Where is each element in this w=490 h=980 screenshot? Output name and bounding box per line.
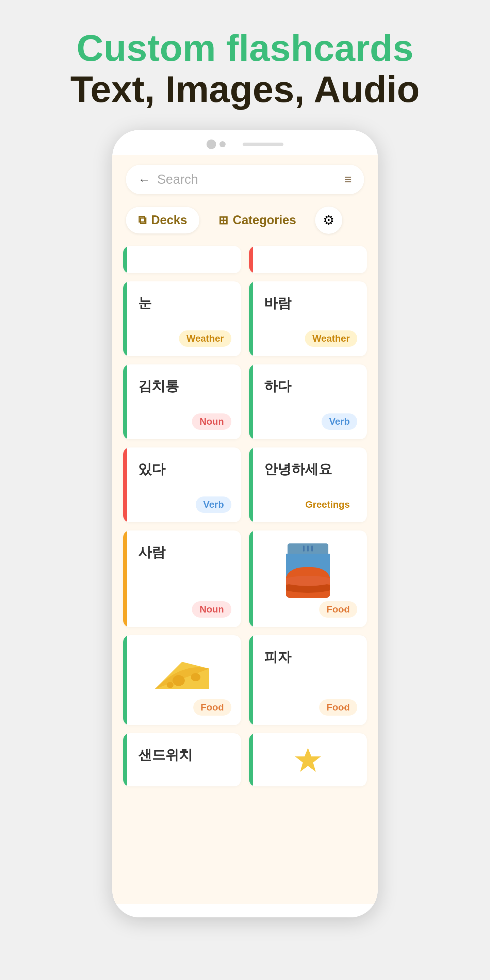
card-image-star bbox=[259, 743, 357, 777]
card-5[interactable]: 있다 Verb bbox=[123, 447, 241, 522]
card-6[interactable]: 안녕하세요 Greetings bbox=[249, 447, 367, 522]
categories-label: Categories bbox=[233, 213, 296, 227]
card-tag-food: Food bbox=[319, 699, 357, 716]
bottom-partial-row: 샌드위치 bbox=[112, 729, 378, 791]
filter-icon[interactable]: ≡ bbox=[344, 172, 352, 187]
card-korean: 김치통 bbox=[133, 377, 231, 395]
card-4[interactable]: 하다 Verb bbox=[249, 364, 367, 439]
card-8[interactable]: Food bbox=[249, 530, 367, 627]
card-tag-food: Food bbox=[319, 601, 357, 617]
search-header: ← Search ≡ bbox=[112, 155, 378, 201]
svg-marker-5 bbox=[295, 748, 321, 772]
top-partial-row bbox=[112, 242, 378, 277]
decks-icon: ⧉ bbox=[138, 213, 146, 227]
search-bar[interactable]: ← Search ≡ bbox=[126, 165, 364, 194]
speaker-bar bbox=[243, 143, 283, 146]
svg-point-4 bbox=[167, 682, 173, 688]
card-accent bbox=[249, 282, 253, 356]
card-accent bbox=[123, 282, 127, 356]
card-image-cheese bbox=[133, 645, 231, 699]
phone-screen: ← Search ≡ ⧉ Decks ⊞ Categories ⚙ bbox=[112, 155, 378, 904]
card-accent bbox=[123, 364, 127, 439]
back-arrow-icon[interactable]: ← bbox=[138, 172, 150, 187]
card-korean: 샌드위치 bbox=[133, 746, 231, 764]
svg-point-3 bbox=[191, 673, 200, 681]
settings-button[interactable]: ⚙ bbox=[315, 207, 342, 234]
card-image-jar bbox=[259, 540, 357, 601]
card-9[interactable]: Food bbox=[123, 635, 241, 725]
card-1[interactable]: 눈 Weather bbox=[123, 282, 241, 356]
svg-point-2 bbox=[172, 675, 185, 686]
card-korean: 피자 bbox=[259, 648, 357, 666]
card-tag-noun: Noun bbox=[192, 601, 231, 617]
card-partial-bottom-left[interactable]: 샌드위치 bbox=[123, 733, 241, 786]
card-7[interactable]: 사람 Noun bbox=[123, 530, 241, 627]
card-accent bbox=[249, 530, 253, 627]
card-tag-verb: Verb bbox=[321, 414, 357, 430]
headline-section: Custom flashcards Text, Images, Audio bbox=[0, 27, 490, 110]
categories-tab[interactable]: ⊞ Categories bbox=[206, 207, 308, 234]
card-korean: 안녕하세요 bbox=[259, 460, 357, 479]
card-2[interactable]: 바람 Weather bbox=[249, 282, 367, 356]
card-accent bbox=[123, 246, 127, 273]
headline-line1: Custom flashcards bbox=[0, 27, 490, 68]
card-accent bbox=[249, 364, 253, 439]
card-10[interactable]: 피자 Food bbox=[249, 635, 367, 725]
camera-dot-small bbox=[220, 141, 226, 147]
phone-mockup: ← Search ≡ ⧉ Decks ⊞ Categories ⚙ bbox=[112, 130, 378, 917]
card-accent bbox=[249, 246, 253, 273]
card-accent bbox=[249, 635, 253, 725]
card-tag-food: Food bbox=[193, 699, 231, 716]
card-tag-weather: Weather bbox=[305, 331, 357, 347]
card-tag-greetings: Greetings bbox=[298, 496, 357, 513]
card-korean: 사람 bbox=[133, 543, 231, 562]
card-accent bbox=[123, 447, 127, 522]
card-tag-verb: Verb bbox=[196, 496, 231, 513]
tabs-row: ⧉ Decks ⊞ Categories ⚙ bbox=[112, 201, 378, 242]
card-korean: 있다 bbox=[133, 460, 231, 479]
card-korean: 하다 bbox=[259, 377, 357, 395]
headline-line2: Text, Images, Audio bbox=[0, 68, 490, 110]
search-placeholder: Search bbox=[157, 172, 337, 187]
partial-card-left[interactable] bbox=[123, 246, 241, 273]
card-korean: 바람 bbox=[259, 294, 357, 312]
card-accent bbox=[123, 733, 127, 786]
card-tag-noun: Noun bbox=[192, 414, 231, 430]
card-3[interactable]: 김치통 Noun bbox=[123, 364, 241, 439]
card-korean: 눈 bbox=[133, 294, 231, 312]
card-accent bbox=[123, 530, 127, 627]
card-accent bbox=[123, 635, 127, 725]
decks-tab[interactable]: ⧉ Decks bbox=[126, 207, 199, 234]
phone-top-bar bbox=[112, 130, 378, 155]
card-accent bbox=[249, 447, 253, 522]
partial-card-right[interactable] bbox=[249, 246, 367, 273]
settings-icon: ⚙ bbox=[323, 213, 334, 228]
cards-grid: 눈 Weather 바람 Weather 김치통 Noun 하다 Verb bbox=[112, 277, 378, 729]
card-tag-weather: Weather bbox=[179, 331, 231, 347]
categories-icon: ⊞ bbox=[218, 213, 228, 227]
card-partial-bottom-right[interactable] bbox=[249, 733, 367, 786]
camera-dot bbox=[207, 140, 216, 149]
decks-label: Decks bbox=[151, 213, 187, 227]
card-accent bbox=[249, 733, 253, 786]
